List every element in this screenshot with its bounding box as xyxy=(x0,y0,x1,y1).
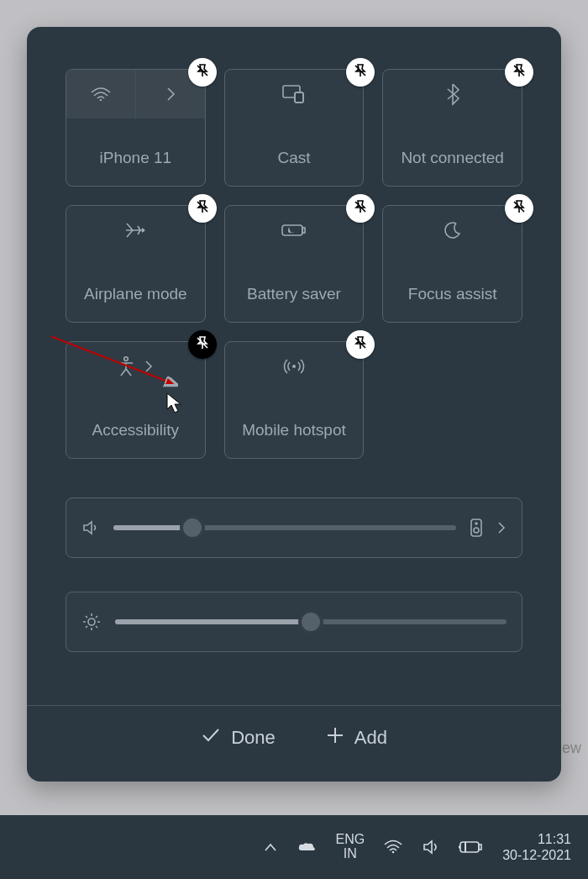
svg-rect-2 xyxy=(295,92,303,103)
battery-tray-icon[interactable] xyxy=(459,840,484,855)
unpin-button[interactable] xyxy=(505,58,533,87)
unpin-icon xyxy=(511,62,528,82)
svg-point-6 xyxy=(124,357,129,361)
chevron-right-icon xyxy=(165,86,176,103)
battery-saver-icon xyxy=(281,222,307,239)
svg-rect-15 xyxy=(479,845,481,850)
airplane-icon xyxy=(123,220,147,240)
svg-point-0 xyxy=(100,99,102,101)
evaluation-text: Evaluation copy. Build 22523.rs_prerelea… xyxy=(143,782,527,799)
add-button[interactable]: Add xyxy=(326,726,387,750)
svg-rect-4 xyxy=(282,225,302,235)
volume-tray-icon[interactable] xyxy=(422,839,440,855)
unpin-button[interactable] xyxy=(346,330,375,359)
done-button[interactable]: Done xyxy=(201,727,276,749)
svg-point-10 xyxy=(474,528,479,533)
tile-label: Accessibility xyxy=(92,421,179,440)
lang-bottom: IN xyxy=(344,847,357,861)
date-text: 30-12-2021 xyxy=(502,847,571,863)
unpin-button[interactable] xyxy=(188,194,217,223)
tile-bluetooth[interactable]: Not connected xyxy=(382,69,522,187)
moon-icon xyxy=(443,220,463,240)
bg-fragment: ew xyxy=(562,740,581,757)
wifi-tray-icon[interactable] xyxy=(383,839,403,855)
volume-icon xyxy=(81,518,100,537)
accessibility-icon xyxy=(117,355,135,377)
onedrive-icon[interactable] xyxy=(297,840,317,854)
unpin-icon xyxy=(352,62,369,82)
unpin-button[interactable] xyxy=(188,58,217,87)
unpin-icon xyxy=(194,334,211,355)
tile-mobile-hotspot[interactable]: Mobile hotspot xyxy=(224,341,365,459)
clock[interactable]: 11:31 30-12-2021 xyxy=(502,831,571,863)
volume-track[interactable] xyxy=(113,525,456,530)
svg-rect-5 xyxy=(302,228,305,233)
add-label: Add xyxy=(354,727,387,749)
tile-label: Focus assist xyxy=(408,285,497,303)
bluetooth-icon xyxy=(445,82,460,106)
audio-output-button[interactable] xyxy=(470,518,483,538)
tile-wifi[interactable]: iPhone 11 xyxy=(66,69,206,187)
tile-accessibility[interactable]: Accessibility xyxy=(66,341,206,459)
svg-rect-14 xyxy=(460,842,479,852)
svg-point-11 xyxy=(88,618,95,625)
unpin-icon xyxy=(352,334,369,355)
unpin-icon xyxy=(194,62,211,82)
tiles-grid: iPhone 11 Cast xyxy=(66,69,522,459)
sliders-section xyxy=(66,497,522,652)
chevron-right-icon[interactable] xyxy=(496,520,507,535)
volume-slider[interactable] xyxy=(66,497,522,558)
brightness-icon xyxy=(81,612,102,632)
edit-footer: Done Add xyxy=(27,705,561,770)
tile-label: Not connected xyxy=(401,149,504,167)
svg-point-7 xyxy=(292,365,296,368)
tile-cast[interactable]: Cast xyxy=(224,69,365,187)
language-indicator[interactable]: ENG IN xyxy=(335,833,365,861)
wifi-icon xyxy=(90,86,112,103)
unpin-button[interactable] xyxy=(346,58,375,87)
tile-focus-assist[interactable]: Focus assist xyxy=(382,205,522,323)
plus-icon xyxy=(326,726,344,750)
unpin-button[interactable] xyxy=(505,194,533,223)
unpin-icon xyxy=(511,198,528,218)
chevron-right-icon xyxy=(144,359,154,374)
brightness-slider[interactable] xyxy=(66,592,522,652)
hotspot-icon xyxy=(282,356,306,376)
tile-label: Airplane mode xyxy=(84,285,187,303)
unpin-button[interactable] xyxy=(346,194,375,223)
tile-airplane-mode[interactable]: Airplane mode xyxy=(66,205,206,323)
tile-battery-saver[interactable]: Battery saver xyxy=(224,205,365,323)
taskbar: ENG IN 11:31 30-12-2021 xyxy=(0,815,588,879)
tile-label: Cast xyxy=(277,149,310,167)
svg-point-9 xyxy=(475,523,477,524)
wifi-toggle[interactable] xyxy=(66,70,136,118)
unpin-icon xyxy=(194,198,211,218)
unpin-icon xyxy=(352,198,369,218)
quick-settings-panel: iPhone 11 Cast xyxy=(27,27,561,782)
done-label: Done xyxy=(231,727,276,749)
unpin-button[interactable] xyxy=(188,330,217,359)
tile-label: Mobile hotspot xyxy=(242,421,346,440)
lang-top: ENG xyxy=(335,833,365,847)
time-text: 11:31 xyxy=(538,831,571,847)
brightness-track[interactable] xyxy=(115,619,507,624)
tile-label: Battery saver xyxy=(247,285,341,303)
tile-label: iPhone 11 xyxy=(100,149,172,167)
tray-chevron-up[interactable] xyxy=(263,841,278,853)
svg-point-13 xyxy=(392,851,395,854)
check-icon xyxy=(201,727,221,749)
cast-icon xyxy=(281,84,307,104)
